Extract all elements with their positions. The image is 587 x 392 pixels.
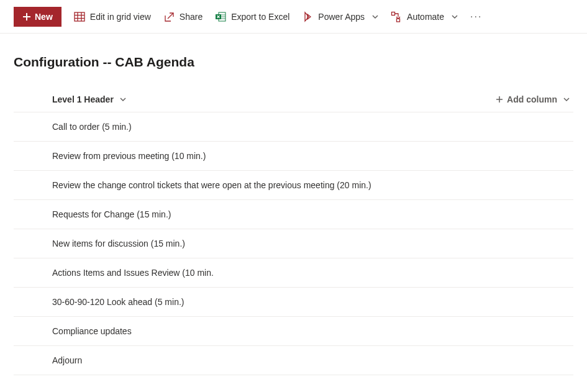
list-item-text: 30-60-90-120 Look ahead (5 min.) [52, 297, 184, 307]
list-item[interactable]: Call to order (5 min.) [14, 112, 573, 142]
export-excel-button[interactable]: Export to Excel [215, 11, 289, 22]
chevron-down-icon [370, 14, 378, 20]
new-button[interactable]: New [14, 7, 61, 27]
new-button-label: New [35, 12, 53, 22]
content-area: Configuration -- CAB Agenda Level 1 Head… [0, 55, 587, 375]
list-item-text: Compliance updates [52, 326, 132, 336]
export-excel-label: Export to Excel [231, 12, 289, 22]
list-item-text: Call to order (5 min.) [52, 122, 132, 132]
edit-grid-label: Edit in grid view [90, 12, 151, 22]
automate-label: Automate [407, 12, 444, 22]
add-column-label: Add column [507, 94, 557, 104]
list-item-text: Adjourn [52, 355, 82, 365]
list-item[interactable]: New items for discussion (15 min.) [14, 229, 573, 258]
column-header-level1[interactable]: Level 1 Header [52, 94, 126, 104]
power-apps-button[interactable]: Power Apps [302, 11, 378, 22]
list-item[interactable]: Actions Items and Issues Review (10 min. [14, 258, 573, 288]
automate-button[interactable]: Automate [391, 11, 458, 22]
flow-icon [391, 11, 402, 22]
edit-grid-button[interactable]: Edit in grid view [74, 11, 151, 22]
share-icon [163, 11, 175, 22]
more-actions-button[interactable]: ··· [470, 11, 482, 22]
list-header-row: Level 1 Header Add column [14, 87, 573, 112]
column-header-label: Level 1 Header [52, 94, 114, 104]
chevron-down-icon [117, 96, 126, 103]
chevron-down-icon [561, 96, 570, 103]
list-item-text: Actions Items and Issues Review (10 min. [52, 268, 214, 278]
list-item[interactable]: Adjourn [14, 346, 573, 375]
grid-icon [74, 11, 85, 22]
command-bar: New Edit in grid view Share [0, 0, 587, 34]
page-title: Configuration -- CAB Agenda [14, 55, 573, 70]
list-item[interactable]: 30-60-90-120 Look ahead (5 min.) [14, 288, 573, 317]
list-item-text: New items for discussion (15 min.) [52, 239, 185, 248]
more-label: ··· [470, 11, 482, 22]
chevron-down-icon [449, 14, 458, 20]
list-item[interactable]: Compliance updates [14, 317, 573, 346]
list-body: Call to order (5 min.) Review from previ… [14, 112, 573, 375]
svg-rect-12 [392, 12, 395, 15]
share-label: Share [180, 12, 202, 22]
power-apps-icon [302, 11, 313, 22]
list-item[interactable]: Requests for Change (15 min.) [14, 200, 573, 229]
list-item-text: Review the change control tickets that w… [52, 180, 371, 190]
power-apps-label: Power Apps [318, 12, 365, 22]
plus-icon [496, 96, 503, 103]
add-column-button[interactable]: Add column [496, 94, 573, 104]
list-item[interactable]: Review the change control tickets that w… [14, 171, 573, 200]
list-item-text: Review from previous meeting (10 min.) [52, 151, 206, 161]
share-button[interactable]: Share [163, 11, 202, 22]
list-item[interactable]: Review from previous meeting (10 min.) [14, 142, 573, 171]
list-item-text: Requests for Change (15 min.) [52, 209, 171, 219]
plus-icon [22, 12, 31, 21]
svg-rect-2 [75, 12, 84, 21]
excel-icon [215, 11, 226, 22]
